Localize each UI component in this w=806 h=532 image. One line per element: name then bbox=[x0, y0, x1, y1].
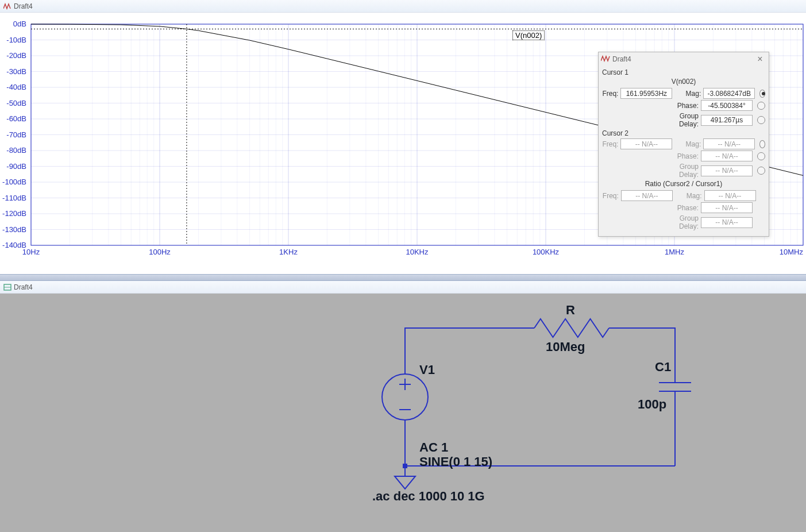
schematic-panel: Draft4 R10MegV1C1100pAC 1SINE(0 1 15).ac… bbox=[0, 281, 806, 532]
waveform-icon bbox=[3, 3, 11, 10]
svg-text:-90dB: -90dB bbox=[6, 162, 26, 171]
cursor1-mag-input[interactable] bbox=[703, 88, 755, 99]
plot-panel-header[interactable]: Draft4 bbox=[0, 0, 806, 13]
svg-text:10KHz: 10KHz bbox=[406, 248, 429, 256]
mag-label: Mag: bbox=[676, 140, 703, 148]
cursor1-heading: Cursor 1 bbox=[602, 68, 765, 76]
ratio-mag-input bbox=[704, 190, 756, 201]
cursor2-gd-radio[interactable] bbox=[757, 167, 765, 175]
ratio-heading: Ratio (Cursor2 / Cursor1) bbox=[602, 180, 765, 188]
svg-rect-106 bbox=[403, 464, 407, 468]
cursor1-freq-input[interactable] bbox=[620, 88, 672, 99]
svg-text:1MHz: 1MHz bbox=[665, 248, 684, 256]
svg-text:-10dB: -10dB bbox=[6, 36, 26, 44]
cursor2-heading: Cursor 2 bbox=[602, 129, 765, 137]
schematic-panel-header[interactable]: Draft4 bbox=[0, 281, 806, 294]
splitter-bar[interactable] bbox=[0, 274, 806, 281]
svg-text:10Hz: 10Hz bbox=[22, 248, 40, 256]
freq-label: Freq: bbox=[602, 192, 621, 200]
cursor-window[interactable]: Draft4 × Cursor 1 V(n002) Freq: Mag: bbox=[598, 52, 769, 237]
schematic-panel-title: Draft4 bbox=[14, 283, 33, 291]
plot-panel-title: Draft4 bbox=[14, 2, 33, 10]
phase-label: Phase: bbox=[660, 102, 701, 110]
svg-text:-60dB: -60dB bbox=[6, 114, 26, 123]
mag-label: Mag: bbox=[676, 192, 704, 200]
svg-text:-50dB: -50dB bbox=[6, 99, 26, 107]
cursor-window-titlebar[interactable]: Draft4 × bbox=[599, 52, 769, 66]
ratio-gd-input bbox=[701, 217, 753, 228]
cursor2-freq-input[interactable] bbox=[620, 138, 672, 149]
cursor1-gd-input[interactable] bbox=[701, 115, 753, 126]
cursor1-gd-radio[interactable] bbox=[757, 116, 765, 124]
svg-text:AC 1: AC 1 bbox=[419, 440, 448, 454]
svg-text:-30dB: -30dB bbox=[6, 67, 26, 76]
ratio-phase-input bbox=[701, 202, 753, 213]
app-root: Draft4 0dB-10dB-20dB-30dB-40dB-50dB-60dB… bbox=[0, 0, 806, 532]
cursor2-mag-radio[interactable] bbox=[759, 140, 765, 148]
cursor1-phase-radio[interactable] bbox=[757, 102, 765, 110]
svg-text:-100dB: -100dB bbox=[2, 178, 26, 186]
svg-text:10MHz: 10MHz bbox=[780, 248, 804, 256]
cursor2-gd-input[interactable] bbox=[701, 165, 753, 176]
cursor2-phase-input[interactable] bbox=[701, 151, 753, 161]
svg-text:100Hz: 100Hz bbox=[149, 248, 171, 256]
svg-text:-80dB: -80dB bbox=[6, 146, 26, 155]
phase-label: Phase: bbox=[660, 204, 701, 212]
cursor2-mag-input[interactable] bbox=[703, 138, 755, 149]
svg-text:.ac dec 1000 10 1G: .ac dec 1000 10 1G bbox=[372, 489, 485, 503]
plot-area[interactable]: 0dB-10dB-20dB-30dB-40dB-50dB-60dB-70dB-8… bbox=[0, 13, 806, 261]
waveform-icon bbox=[601, 55, 610, 63]
svg-text:-130dB: -130dB bbox=[2, 225, 26, 234]
cursor-window-body: Cursor 1 V(n002) Freq: Mag: Phase: bbox=[599, 66, 769, 236]
cursor1-mag-radio[interactable] bbox=[759, 90, 765, 98]
schematic-icon bbox=[3, 284, 11, 291]
svg-text:-20dB: -20dB bbox=[6, 51, 26, 60]
gd-label: Group Delay: bbox=[660, 163, 701, 179]
svg-text:R: R bbox=[566, 303, 575, 317]
svg-text:-120dB: -120dB bbox=[2, 209, 26, 218]
trace-label[interactable]: V(n002) bbox=[512, 30, 545, 40]
svg-text:-40dB: -40dB bbox=[6, 83, 26, 91]
phase-label: Phase: bbox=[660, 152, 701, 160]
svg-text:C1: C1 bbox=[655, 360, 671, 374]
svg-text:SINE(0 1 15): SINE(0 1 15) bbox=[419, 454, 492, 469]
ratio-freq-input bbox=[621, 190, 673, 201]
cursor-window-title: Draft4 bbox=[612, 55, 754, 63]
plot-panel: 0dB-10dB-20dB-30dB-40dB-50dB-60dB-70dB-8… bbox=[0, 13, 806, 274]
svg-text:-110dB: -110dB bbox=[2, 194, 26, 202]
svg-text:10Meg: 10Meg bbox=[546, 340, 585, 354]
svg-text:-70dB: -70dB bbox=[6, 130, 26, 139]
freq-label: Freq: bbox=[602, 140, 620, 148]
gd-label: Group Delay: bbox=[660, 112, 701, 128]
schematic-canvas[interactable]: R10MegV1C1100pAC 1SINE(0 1 15).ac dec 10… bbox=[0, 294, 806, 532]
freq-label: Freq: bbox=[602, 90, 620, 98]
mag-label: Mag: bbox=[676, 90, 703, 98]
gd-label: Group Delay: bbox=[660, 214, 701, 230]
cursor1-signal: V(n002) bbox=[602, 78, 765, 86]
close-icon[interactable]: × bbox=[754, 54, 766, 64]
svg-marker-107 bbox=[395, 476, 415, 489]
svg-text:0dB: 0dB bbox=[13, 20, 26, 28]
svg-text:V1: V1 bbox=[419, 363, 435, 377]
svg-text:1KHz: 1KHz bbox=[279, 248, 298, 256]
svg-text:100p: 100p bbox=[638, 397, 666, 411]
svg-text:100KHz: 100KHz bbox=[533, 248, 560, 256]
cursor2-phase-radio[interactable] bbox=[757, 152, 765, 160]
cursor1-phase-input[interactable] bbox=[701, 100, 753, 111]
